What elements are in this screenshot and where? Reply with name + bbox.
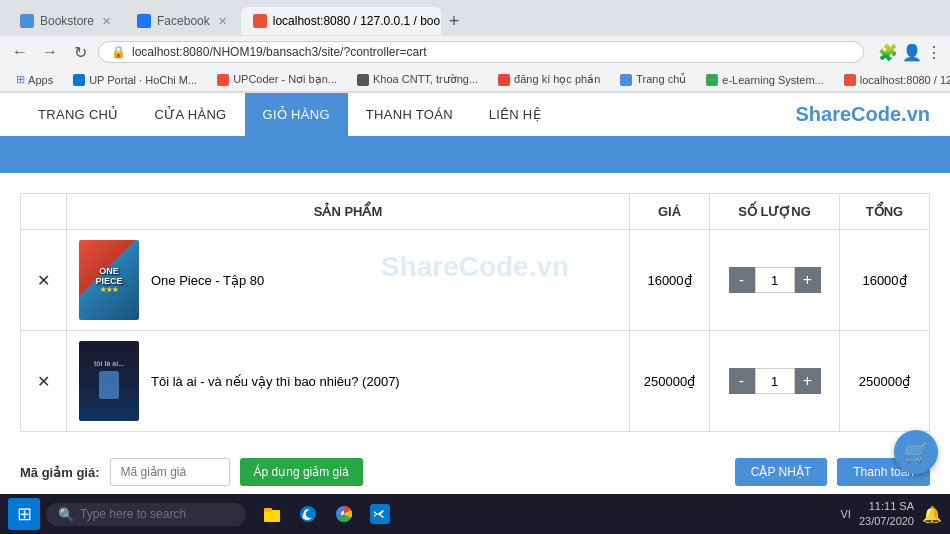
reload-button[interactable]: ↻ <box>68 40 92 64</box>
product-name-1: One Piece - Tập 80 <box>151 273 264 288</box>
cart-actions: Mã giảm giá: Áp dụng giảm giá CẬP NHẬT T… <box>20 448 930 496</box>
col-total: TỔNG <box>840 194 930 230</box>
start-button[interactable]: ⊞ <box>8 498 40 530</box>
cart-row-1: ✕ ONEPIECE ★★★ One Piece - Tập 80 16000₫ <box>21 230 930 331</box>
remove-cell-2: ✕ <box>21 331 67 432</box>
tab-localhost[interactable]: localhost:8080 / 127.0.0.1 / book... ✕ <box>241 7 441 35</box>
bookmark-icon <box>844 74 856 86</box>
nav-lien-he[interactable]: LIÊN HỆ <box>471 93 559 136</box>
tab-bookstore-label: Bookstore <box>40 14 94 28</box>
main-content: SẢN PHẨM GIÁ SỐ LƯỢNG TỔNG ✕ ONEPIECE <box>0 173 950 506</box>
taskbar-vscode[interactable] <box>364 498 396 530</box>
qty-minus-2[interactable]: - <box>729 368 755 394</box>
taskbar-apps <box>256 498 396 530</box>
back-button[interactable]: ← <box>8 40 32 64</box>
qty-plus-1[interactable]: + <box>795 267 821 293</box>
cart-float-button[interactable]: 🛒 <box>894 430 938 474</box>
qty-cell-1: - + <box>710 230 840 331</box>
facebook-tab-icon <box>137 14 151 28</box>
bookstore-tab-icon <box>20 14 34 28</box>
qty-cell-2: - + <box>710 331 840 432</box>
url-bar[interactable]: 🔒 localhost:8080/NHOM19/bansach3/site/?c… <box>98 41 864 63</box>
forward-button[interactable]: → <box>38 40 62 64</box>
nav-thanh-toan[interactable]: THANH TOÁN <box>348 93 471 136</box>
taskbar-search-icon: 🔍 <box>58 507 74 522</box>
qty-plus-2[interactable]: + <box>795 368 821 394</box>
bookmark-upcoder[interactable]: UPCoder - Nơi bạn... <box>209 71 345 88</box>
taskbar-search-input[interactable] <box>80 507 230 521</box>
browser-chrome: Bookstore ✕ Facebook ✕ localhost:8080 / … <box>0 0 950 93</box>
col-qty: SỐ LƯỢNG <box>710 194 840 230</box>
url-text: localhost:8080/NHOM19/bansach3/site/?con… <box>132 45 427 59</box>
nav-gio-hang[interactable]: GIỎ HÀNG <box>245 93 348 136</box>
product-info-2: tôi là ai... Tôi là ai - và nếu vậy thì … <box>79 341 617 421</box>
bookmark-icon <box>357 74 369 86</box>
qty-minus-1[interactable]: - <box>729 267 755 293</box>
taskbar-right: VI 11:11 SA 23/07/2020 🔔 <box>841 499 942 530</box>
qty-input-2[interactable] <box>755 368 795 394</box>
taskbar-file-explorer[interactable] <box>256 498 288 530</box>
menu-button[interactable]: ⋮ <box>926 43 942 62</box>
total-cell-2: 250000₫ <box>840 331 930 432</box>
profile-button[interactable]: 👤 <box>902 43 922 62</box>
product-image-1: ONEPIECE ★★★ <box>79 240 139 320</box>
taskbar-edge[interactable] <box>292 498 324 530</box>
apply-coupon-button[interactable]: Áp dụng giảm giá <box>240 458 363 486</box>
bookmark-upload[interactable]: UP Portal · HoChi M... <box>65 72 205 88</box>
taskbar-time-display: 11:11 SA <box>859 499 914 514</box>
cart-table: SẢN PHẨM GIÁ SỐ LƯỢNG TỔNG ✕ ONEPIECE <box>20 193 930 432</box>
bookmark-apps[interactable]: ⊞ Apps <box>8 71 61 88</box>
bookmark-localhost[interactable]: localhost:8080 / 12... <box>836 72 950 88</box>
browser-controls: 🧩 👤 ⋮ <box>878 43 942 62</box>
site-banner <box>0 138 950 173</box>
extensions-button[interactable]: 🧩 <box>878 43 898 62</box>
qty-control-2: - + <box>722 368 827 394</box>
tab-bookstore[interactable]: Bookstore ✕ <box>8 7 123 35</box>
localhost-tab-icon <box>253 14 267 28</box>
nav-cua-hang[interactable]: CỬA HÀNG <box>137 93 245 136</box>
new-tab-button[interactable]: + <box>443 11 466 32</box>
taskbar-date-display: 23/07/2020 <box>859 514 914 529</box>
total-cell-1: 16000₫ <box>840 230 930 331</box>
update-cart-button[interactable]: CẬP NHẬT <box>735 458 827 486</box>
qty-control-1: - + <box>722 267 827 293</box>
bookmarks-bar: ⊞ Apps UP Portal · HoChi M... UPCoder - … <box>0 68 950 92</box>
bookmark-icon <box>217 74 229 86</box>
taskbar-notification[interactable]: 🔔 <box>922 505 942 524</box>
col-remove <box>21 194 67 230</box>
price-cell-2: 250000₫ <box>630 331 710 432</box>
tab-facebook[interactable]: Facebook ✕ <box>125 7 239 35</box>
bookmark-khoa[interactable]: Khoa CNTT, trường... <box>349 71 486 88</box>
site-brand: ShareCode.vn <box>796 103 930 126</box>
bookmark-icon <box>498 74 510 86</box>
coupon-input[interactable] <box>110 458 230 486</box>
nav-trang-chu[interactable]: TRANG CHỦ <box>20 93 137 136</box>
col-product: SẢN PHẨM <box>67 194 630 230</box>
taskbar-clock: 11:11 SA 23/07/2020 <box>859 499 914 530</box>
tab-facebook-label: Facebook <box>157 14 210 28</box>
taskbar-chrome[interactable] <box>328 498 360 530</box>
bookmark-dang-ki[interactable]: đăng kí học phần <box>490 71 608 88</box>
address-bar: ← → ↻ 🔒 localhost:8080/NHOM19/bansach3/s… <box>0 36 950 68</box>
taskbar-search: 🔍 <box>46 503 246 526</box>
product-cell-2: tôi là ai... Tôi là ai - và nếu vậy thì … <box>67 331 630 432</box>
product-cell-1: ONEPIECE ★★★ One Piece - Tập 80 <box>67 230 630 331</box>
close-bookstore-tab[interactable]: ✕ <box>102 15 111 28</box>
remove-cell-1: ✕ <box>21 230 67 331</box>
product-name-2: Tôi là ai - và nếu vậy thì bao nhiêu? (2… <box>151 374 400 389</box>
cart-row-2: ✕ tôi là ai... Tôi là ai - và nếu vậy th… <box>21 331 930 432</box>
product-image-2: tôi là ai... <box>79 341 139 421</box>
product-info-1: ONEPIECE ★★★ One Piece - Tập 80 <box>79 240 617 320</box>
taskbar-lang: VI <box>841 508 851 520</box>
site-header: TRANG CHỦ CỬA HÀNG GIỎ HÀNG THANH TOÁN L… <box>0 93 950 173</box>
close-facebook-tab[interactable]: ✕ <box>218 15 227 28</box>
bookmark-trang-chu[interactable]: Trang chủ <box>612 71 694 88</box>
bookmark-elearning[interactable]: e-Learning System... <box>698 72 832 88</box>
svg-rect-1 <box>264 508 272 512</box>
bookmark-icon <box>73 74 85 86</box>
qty-input-1[interactable] <box>755 267 795 293</box>
tab-localhost-label: localhost:8080 / 127.0.0.1 / book... <box>273 14 441 28</box>
remove-item-1-button[interactable]: ✕ <box>33 271 54 290</box>
site-nav: TRANG CHỦ CỬA HÀNG GIỎ HÀNG THANH TOÁN L… <box>0 93 950 138</box>
remove-item-2-button[interactable]: ✕ <box>33 372 54 391</box>
